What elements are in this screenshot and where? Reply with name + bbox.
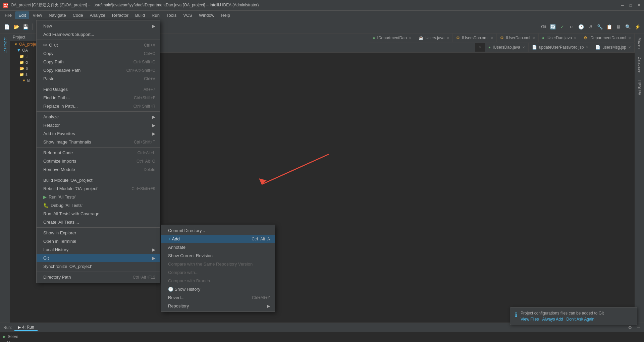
- ctx-show-explorer[interactable]: Show in Explorer: [37, 229, 160, 237]
- ctx-synchronize[interactable]: Synchronize 'OA_project': [37, 262, 160, 271]
- notification-content: Project configurations files can be adde…: [521, 311, 632, 322]
- ctx-copy[interactable]: Copy Ctrl+C: [37, 49, 160, 58]
- menu-code[interactable]: Code: [69, 11, 87, 19]
- ctx-run-coverage[interactable]: Run 'All Tests' with Coverage: [37, 210, 160, 218]
- window-controls: ─ □ ✕: [620, 3, 641, 8]
- title-bar: OA OA_project [G:\新建文件夹 (2)\OA_project] …: [0, 0, 644, 11]
- ctx-refactor[interactable]: Refactor ▶: [37, 121, 160, 129]
- left-sidebar-tabs: 1: Project: [0, 34, 10, 323]
- tab-iusersdaojava[interactable]: ● IUsersDao.java ✕: [485, 43, 529, 52]
- menu-build[interactable]: Build: [132, 11, 148, 19]
- tab-iusersdaoxml[interactable]: ⚙ IUsersDao.xml ✕: [453, 34, 497, 42]
- tab-usersmsg[interactable]: 📄 usersMsg.jsp ✕: [592, 43, 635, 52]
- ctx-run-tests[interactable]: ▶ Run 'All Tests': [37, 193, 160, 201]
- ctx-replace-path[interactable]: Replace in Path... Ctrl+Shift+R: [37, 102, 160, 110]
- git-add[interactable]: + Add Ctrl+Alt+A: [161, 235, 275, 243]
- ctx-open-terminal[interactable]: Open in Terminal: [37, 237, 160, 245]
- bottom-tab-run[interactable]: ▶ 4: Run: [14, 324, 37, 331]
- ctx-show-thumbnails[interactable]: Show Image Thumbnails Ctrl+Shift+T: [37, 138, 160, 146]
- tab-usersjava[interactable]: ☕ Users.java ✕: [415, 34, 453, 42]
- ctx-cut[interactable]: ✂ Cut Ctrl+X: [37, 41, 160, 49]
- ctx-local-history[interactable]: Local History ▶: [37, 245, 160, 254]
- toolbar-monitor[interactable]: 🖥: [614, 23, 623, 31]
- ctx-git[interactable]: Git ▶: [37, 254, 160, 262]
- ctx-reformat[interactable]: Reformat Code Ctrl+Alt+L: [37, 149, 160, 157]
- toolbar-git-revert[interactable]: ↺: [586, 23, 594, 31]
- minimize-button[interactable]: ─: [620, 3, 625, 8]
- notif-dont-ask[interactable]: Don't Ask Again: [567, 317, 595, 322]
- ctx-optimize-imports[interactable]: Optimize Imports Ctrl+Alt+O: [37, 157, 160, 165]
- menu-tools[interactable]: Tools: [163, 11, 180, 19]
- ctx-create-tests[interactable]: Create 'All Tests'...: [37, 218, 160, 226]
- code-line1: ao;: [84, 56, 628, 61]
- toolbar-git-update[interactable]: 🔄: [549, 23, 557, 31]
- git-show-history[interactable]: 🕐 Show History: [161, 285, 275, 293]
- tab-unknown[interactable]: ✕: [475, 43, 485, 52]
- toolbar-git-commit[interactable]: ✓: [558, 23, 566, 31]
- ctx-new[interactable]: New ▶: [37, 22, 160, 30]
- ctx-rebuild-module[interactable]: Rebuild Module 'OA_project' Ctrl+Shift+F…: [37, 184, 160, 193]
- git-compare-branch[interactable]: Compare with Branch...: [161, 277, 275, 285]
- menu-analyze[interactable]: Analyze: [87, 11, 109, 19]
- ctx-sep7: [37, 272, 160, 272]
- notification-text: Project configurations files can be adde…: [521, 311, 632, 316]
- git-compare-with[interactable]: Compare with...: [161, 268, 275, 277]
- notif-always-add[interactable]: Always Add: [542, 317, 563, 322]
- toolbar-save[interactable]: 💾: [21, 23, 30, 31]
- git-revert[interactable]: Revert... Ctrl+Alt+Z: [161, 293, 275, 302]
- menu-window[interactable]: Window: [196, 11, 218, 19]
- menu-navigate[interactable]: Navigate: [45, 11, 69, 19]
- menu-file[interactable]: File: [1, 11, 15, 19]
- git-show-revision[interactable]: Show Current Revision: [161, 251, 275, 260]
- tab-updateuserpassword[interactable]: 📄 updateUserPassword.jsp ✕: [529, 43, 592, 52]
- tab-iuserdaojava[interactable]: ● IUserDao.java ✕: [539, 34, 580, 42]
- menu-refactor[interactable]: Refactor: [109, 11, 132, 19]
- git-compare-repo[interactable]: Compare with the Same Repository Version: [161, 260, 275, 268]
- maximize-button[interactable]: □: [628, 3, 633, 8]
- toolbar-git-clock[interactable]: 🕐: [577, 23, 585, 31]
- menu-help[interactable]: Help: [218, 11, 233, 19]
- app-icon: OA: [3, 3, 8, 8]
- ctx-build-module[interactable]: Build Module 'OA_project': [37, 176, 160, 184]
- toolbar-extra[interactable]: ⚡: [633, 23, 641, 31]
- code-blank: [84, 61, 628, 68]
- right-tab-database[interactable]: Database: [636, 53, 644, 76]
- ctx-add-framework[interactable]: Add Framework Support...: [37, 30, 160, 39]
- ctx-find-path[interactable]: Find in Path... Ctrl+Shift+F: [37, 94, 160, 102]
- ctx-find-usages[interactable]: Find Usages Alt+F7: [37, 85, 160, 94]
- sidebar-tab-project[interactable]: 1: Project: [1, 34, 9, 57]
- toolbar-settings[interactable]: 🔧: [596, 23, 604, 31]
- run-item-server[interactable]: ▶ Serve: [3, 334, 641, 340]
- tab-idepartmentdao[interactable]: ● IDepartmentDao ✕: [369, 34, 415, 42]
- menu-edit[interactable]: Edit: [15, 11, 29, 19]
- toolbar-git-back[interactable]: ↩: [568, 23, 576, 31]
- menu-bar: File Edit View Navigate Code Analyze Ref…: [0, 11, 644, 20]
- toolbar-branches[interactable]: 📋: [605, 23, 613, 31]
- ctx-copy-path[interactable]: Copy Path Ctrl+Shift+C: [37, 58, 160, 66]
- code-line3: IDepartmentDao {: [84, 68, 628, 73]
- git-notification: ℹ Project configurations files can be ad…: [510, 307, 637, 325]
- menu-view[interactable]: View: [29, 11, 45, 19]
- run-item-dep[interactable]: ■ Dep: [3, 340, 641, 342]
- ctx-directory-path[interactable]: Directory Path Ctrl+Alt+F12: [37, 273, 160, 281]
- ctx-analyze[interactable]: Analyze ▶: [37, 113, 160, 121]
- ctx-remove-module[interactable]: Remove Module Delete: [37, 165, 160, 174]
- ctx-add-favorites[interactable]: Add to Favorites ▶: [37, 129, 160, 138]
- tab-idepartmentdaoxml[interactable]: ⚙ IDepartmentDao.xml ✕: [580, 34, 635, 42]
- toolbar-search[interactable]: 🔍: [624, 23, 632, 31]
- menu-vcs[interactable]: VCS: [180, 11, 196, 19]
- git-commit-dir[interactable]: Commit Directory...: [161, 226, 275, 235]
- ctx-copy-relative[interactable]: Copy Relative Path Ctrl+Alt+Shift+C: [37, 66, 160, 74]
- tab-iuserdaoxml[interactable]: ⚙ IUserDao.xml ✕: [497, 34, 539, 42]
- ctx-debug-tests[interactable]: 🐛 Debug 'All Tests': [37, 201, 160, 210]
- toolbar-new[interactable]: 📄: [3, 23, 11, 31]
- notif-view-files[interactable]: View Files: [521, 317, 539, 322]
- right-tab-antbuild[interactable]: Ant Build: [636, 76, 644, 99]
- toolbar-open[interactable]: 📂: [12, 23, 20, 31]
- git-repository[interactable]: Repository ▶: [161, 302, 275, 310]
- menu-run[interactable]: Run: [148, 11, 163, 19]
- ctx-paste[interactable]: Paste Ctrl+V: [37, 74, 160, 83]
- right-tab-maven[interactable]: Maven: [636, 34, 644, 53]
- git-annotate[interactable]: Annotate: [161, 243, 275, 251]
- close-button[interactable]: ✕: [636, 3, 641, 8]
